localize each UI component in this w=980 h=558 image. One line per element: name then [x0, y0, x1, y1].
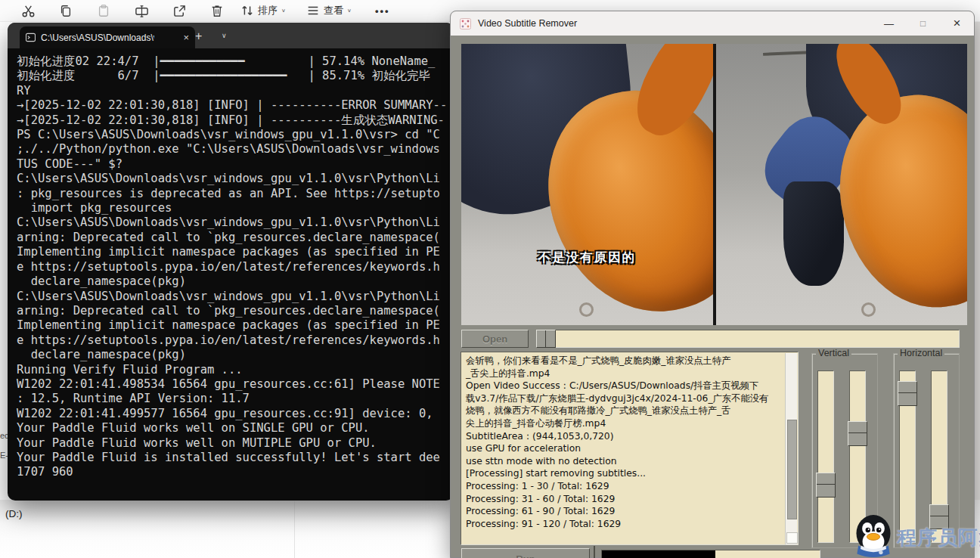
window-title: Video Subtitle Remover: [478, 18, 577, 29]
terminal-titlebar[interactable]: C:\Users\ASUS\Downloads\vsr × + ∨: [8, 23, 454, 48]
chevron-down-icon: ∨: [281, 8, 286, 13]
paste-icon[interactable]: [97, 2, 110, 19]
terminal-line: arning: Deprecated call to `pkg_resource…: [17, 304, 454, 318]
terminal-line: e https://setuptools.pypa.io/en/latest/r…: [17, 260, 454, 274]
copy-icon[interactable]: [59, 2, 73, 19]
terminal-line: Running Verify Fluid Program ...: [17, 363, 454, 377]
log-line: 载v3.7/作品下载/广东烧腊王-dydvguj3jc4x/2024-11-06…: [466, 392, 783, 405]
log-line: Processing: 31 - 60 / Total: 1629: [466, 493, 783, 506]
app-icon: [460, 18, 471, 29]
terminal-line: declare_namespace(pkg): [17, 274, 454, 289]
scrollbar-thumb[interactable]: [787, 420, 797, 519]
terminal-line: 初始化进度 6/7 |━━━━━━━━━━━━━━━━━━ | 85.71% 初…: [17, 69, 454, 83]
close-button[interactable]: ×: [940, 11, 974, 36]
terminal-line: : pkg_resources is deprecated as an API.…: [17, 187, 454, 201]
terminal-tab-title: C:\Users\ASUS\Downloads\vsr: [41, 33, 154, 43]
hanging-ring: [579, 302, 594, 317]
close-icon[interactable]: ×: [183, 32, 189, 43]
video-preview-area: 不是没有原因的: [461, 44, 967, 325]
tab-dropdown-button[interactable]: ∨: [222, 32, 227, 39]
view-button[interactable]: 查看 ∨: [306, 2, 352, 19]
scrollbar-arrow[interactable]: [786, 532, 798, 544]
chevron-down-icon: ∨: [347, 8, 352, 13]
sort-button[interactable]: 排序 ∨: [240, 2, 286, 19]
log-line: Processing: 61 - 90 / Total: 1629: [466, 505, 783, 518]
terminal-line: Implementing implicit namespace packages…: [17, 245, 454, 259]
terminal-line: : 12.5, Runtime API Version: 11.7: [17, 392, 454, 406]
log-line: use sttn mode with no detection: [466, 455, 783, 468]
terminal-line: W1202 22:01:41.498534 16564 gpu_resource…: [17, 377, 454, 392]
terminal-line: 初始化进度02 22:4/7 |━━━━━━━━━━━━ | 57.14% No…: [17, 54, 454, 69]
log-line: [Processing] start removing subtitles...: [466, 467, 783, 480]
video-seek-slider[interactable]: [537, 330, 960, 348]
rename-icon[interactable]: [135, 2, 149, 19]
more-button[interactable]: •••: [375, 2, 390, 19]
terminal-line: 1707 960: [17, 465, 454, 479]
log-line: 烧鸭，就像西方不能没有耶路撒冷_广式烧鸭_谁家没点土特产_舌: [466, 405, 783, 417]
terminal-line: import pkg_resources: [17, 201, 454, 215]
terminal-window: C:\Users\ASUS\Downloads\vsr × + ∨ 初始化进度0…: [8, 23, 454, 501]
share-icon[interactable]: [172, 2, 187, 19]
terminal-line: C:\Users\ASUS\Downloads\vsr_windows_gpu_…: [17, 290, 454, 304]
terminal-line: Your Paddle Fluid is installed successfu…: [17, 451, 454, 465]
vertical-top-slider-thumb[interactable]: [816, 473, 836, 498]
terminal-line: Your Paddle Fluid works well on MUTIPLE …: [17, 436, 454, 451]
log-line: Processing: 1 - 30 / Total: 1629: [466, 480, 783, 493]
terminal-line: W1202 22:01:41.499577 16564 gpu_resource…: [17, 407, 454, 421]
explorer-column-divider: [294, 501, 295, 558]
log-line: use GPU for acceleration: [466, 442, 783, 455]
vertical-bottom-slider-thumb[interactable]: [848, 421, 867, 446]
terminal-line: Implementing implicit namespace packages…: [17, 318, 454, 333]
log-line: 尖上的抖音_抖音心动餐厅榜.mp4: [466, 417, 783, 430]
qq-penguin-icon: [853, 514, 894, 558]
log-line: SubtitleArea：(944,1053,0,720): [466, 430, 783, 443]
terminal-line: declare_namespace(pkg): [17, 348, 454, 362]
burned-subtitle-text: 不是没有原因的: [461, 250, 713, 266]
desktop: 排序 ∨ 查看 ∨ ••• (D:) ec E- C:\Users\ASUS\D…: [0, 0, 980, 558]
log-line: Processing: 91 - 120 / Total: 1629: [466, 518, 783, 531]
terminal-line: C:\Users\ASUS\Downloads\vsr_windows_gpu_…: [17, 172, 454, 186]
log-output[interactable]: 会斩鸭，你们来看看是不是_广式烧鸭_皮脆肉嫩_谁家没点土特产_舌尖上的抖音.mp…: [461, 352, 799, 545]
terminal-line: arning: Deprecated call to `pkg_resource…: [17, 231, 454, 245]
vertical-group-label: Vertical: [816, 348, 851, 358]
open-button[interactable]: Open: [461, 330, 529, 348]
vsr-window: Video Subtitle Remover — □ × 不是没有原因的: [450, 11, 975, 558]
horizontal-group-label: Horizontal: [898, 348, 944, 358]
progress-fill: [602, 550, 715, 558]
horizontal-left-slider-thumb[interactable]: [898, 381, 917, 406]
explorer-edge: [975, 0, 980, 558]
maximize-button[interactable]: □: [906, 11, 940, 36]
vertical-slider-top[interactable]: [817, 370, 834, 543]
terminal-line: →[2025-12-02 22:01:30,818] [INFO] | ----…: [17, 98, 454, 113]
terminal-output[interactable]: 初始化进度02 22:4/7 |━━━━━━━━━━━━ | 57.14% No…: [8, 48, 454, 501]
log-line: Open Video Success：C:/Users/ASUS/Downloa…: [466, 380, 783, 392]
minimize-button[interactable]: —: [872, 11, 906, 36]
view-label: 查看: [324, 4, 343, 17]
seek-slider-thumb[interactable]: [536, 330, 556, 348]
rubber-boot: [783, 181, 844, 286]
sort-label: 排序: [258, 4, 278, 17]
terminal-line: C:\Users\ASUS\Downloads\vsr_windows_gpu_…: [17, 215, 454, 230]
video-frame-processed: [716, 44, 968, 325]
run-button[interactable]: Run: [461, 548, 590, 558]
terminal-line: →[2025-12-02 22:01:30,818] [INFO] | ----…: [17, 113, 454, 128]
watermark: 程序员阿鑫: [853, 514, 980, 558]
terminal-line: RY: [17, 84, 454, 98]
delete-icon[interactable]: [210, 2, 224, 19]
log-line: 会斩鸭，你们来看看是不是_广式烧鸭_皮脆肉嫩_谁家没点土特产: [466, 355, 783, 367]
terminal-tab[interactable]: C:\Users\ASUS\Downloads\vsr ×: [20, 26, 195, 48]
terminal-icon: [26, 33, 36, 42]
terminal-line: ;./../Python/python.exe "C:\Users\ASUS\D…: [17, 142, 454, 157]
video-frame-original: 不是没有原因的: [461, 44, 713, 325]
new-tab-button[interactable]: +: [195, 29, 202, 44]
terminal-line: e https://setuptools.pypa.io/en/latest/r…: [17, 333, 454, 348]
watermark-text: 程序员阿鑫: [897, 525, 980, 551]
log-scrollbar[interactable]: [785, 353, 797, 545]
vsr-titlebar[interactable]: Video Subtitle Remover — □ ×: [451, 11, 974, 36]
divider: [594, 546, 595, 558]
terminal-line: PS C:\Users\ASUS\Downloads\vsr_windows_g…: [17, 128, 454, 142]
terminal-line: Your Paddle Fluid works well on SINGLE G…: [17, 421, 454, 436]
cut-icon[interactable]: [21, 2, 36, 19]
log-line: _舌尖上的抖音.mp4: [466, 367, 783, 380]
drive-label: (D:): [5, 508, 23, 519]
